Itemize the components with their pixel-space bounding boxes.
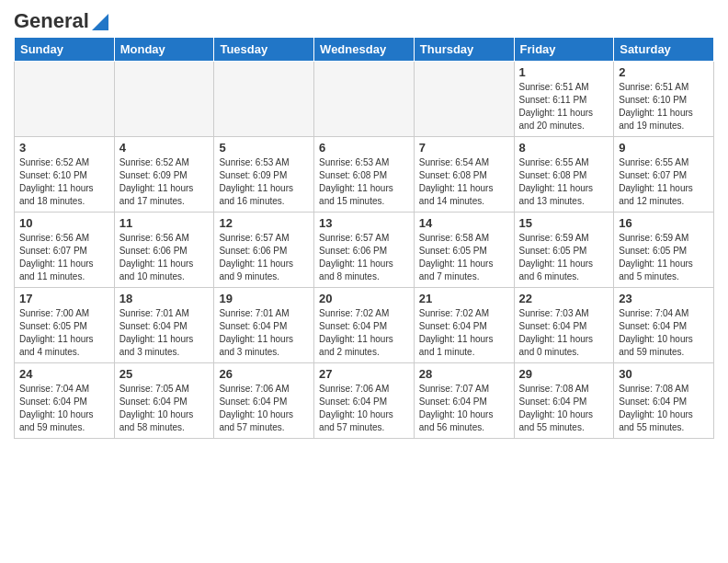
calendar-cell: 29Sunrise: 7:08 AM Sunset: 6:04 PM Dayli… (514, 363, 614, 439)
day-info: Sunrise: 6:54 AM Sunset: 6:08 PM Dayligh… (419, 156, 509, 208)
day-info: Sunrise: 6:53 AM Sunset: 6:09 PM Dayligh… (219, 156, 309, 208)
day-info: Sunrise: 6:52 AM Sunset: 6:09 PM Dayligh… (119, 156, 210, 208)
day-info: Sunrise: 6:55 AM Sunset: 6:08 PM Dayligh… (519, 156, 609, 208)
day-info: Sunrise: 6:58 AM Sunset: 6:05 PM Dayligh… (419, 232, 509, 283)
day-number: 26 (219, 367, 309, 381)
day-info: Sunrise: 7:07 AM Sunset: 6:04 PM Dayligh… (419, 383, 509, 434)
day-info: Sunrise: 7:08 AM Sunset: 6:04 PM Dayligh… (619, 383, 709, 434)
calendar-cell: 24Sunrise: 7:04 AM Sunset: 6:04 PM Dayli… (15, 363, 115, 439)
day-info: Sunrise: 6:53 AM Sunset: 6:08 PM Dayligh… (319, 156, 409, 208)
calendar-cell (314, 62, 415, 137)
day-info: Sunrise: 7:06 AM Sunset: 6:04 PM Dayligh… (219, 383, 309, 434)
calendar-row-1: 3Sunrise: 6:52 AM Sunset: 6:10 PM Daylig… (15, 137, 714, 213)
day-info: Sunrise: 7:01 AM Sunset: 6:04 PM Dayligh… (119, 307, 210, 359)
day-info: Sunrise: 7:05 AM Sunset: 6:04 PM Dayligh… (119, 383, 210, 434)
day-number: 2 (619, 65, 709, 79)
calendar-cell: 30Sunrise: 7:08 AM Sunset: 6:04 PM Dayli… (614, 363, 714, 439)
day-info: Sunrise: 6:51 AM Sunset: 6:10 PM Dayligh… (619, 81, 709, 132)
calendar-cell: 4Sunrise: 6:52 AM Sunset: 6:09 PM Daylig… (114, 137, 214, 213)
day-number: 9 (619, 141, 709, 155)
calendar-cell (214, 62, 314, 137)
calendar-cell: 12Sunrise: 6:57 AM Sunset: 6:06 PM Dayli… (214, 213, 314, 288)
calendar-cell: 17Sunrise: 7:00 AM Sunset: 6:05 PM Dayli… (15, 288, 115, 363)
calendar-cell: 7Sunrise: 6:54 AM Sunset: 6:08 PM Daylig… (414, 137, 514, 213)
day-number: 10 (19, 216, 109, 230)
day-number: 4 (119, 141, 210, 155)
day-info: Sunrise: 6:52 AM Sunset: 6:10 PM Dayligh… (19, 156, 109, 208)
day-number: 7 (419, 141, 509, 155)
calendar-cell: 2Sunrise: 6:51 AM Sunset: 6:10 PM Daylig… (614, 62, 714, 137)
day-info: Sunrise: 6:56 AM Sunset: 6:07 PM Dayligh… (19, 232, 109, 283)
day-number: 6 (319, 141, 409, 155)
weekday-wednesday: Wednesday (314, 38, 415, 62)
day-info: Sunrise: 7:02 AM Sunset: 6:04 PM Dayligh… (319, 307, 409, 359)
calendar-cell: 3Sunrise: 6:52 AM Sunset: 6:10 PM Daylig… (15, 137, 115, 213)
calendar-cell: 23Sunrise: 7:04 AM Sunset: 6:04 PM Dayli… (614, 288, 714, 363)
calendar-cell: 13Sunrise: 6:57 AM Sunset: 6:06 PM Dayli… (314, 213, 415, 288)
weekday-saturday: Saturday (614, 38, 714, 62)
day-number: 17 (19, 292, 109, 305)
weekday-friday: Friday (514, 38, 614, 62)
weekday-monday: Monday (114, 38, 214, 62)
calendar-table: SundayMondayTuesdayWednesdayThursdayFrid… (14, 37, 714, 439)
weekday-thursday: Thursday (414, 38, 514, 62)
day-number: 20 (319, 292, 409, 305)
day-info: Sunrise: 7:03 AM Sunset: 6:04 PM Dayligh… (519, 307, 609, 359)
day-number: 18 (119, 292, 210, 305)
calendar-cell: 27Sunrise: 7:06 AM Sunset: 6:04 PM Dayli… (314, 363, 415, 439)
day-number: 30 (619, 367, 709, 381)
day-number: 27 (319, 367, 409, 381)
svg-marker-0 (92, 14, 108, 30)
day-info: Sunrise: 6:57 AM Sunset: 6:06 PM Dayligh… (219, 232, 309, 283)
weekday-tuesday: Tuesday (214, 38, 314, 62)
calendar-cell: 21Sunrise: 7:02 AM Sunset: 6:04 PM Dayli… (414, 288, 514, 363)
calendar-cell (114, 62, 214, 137)
day-number: 11 (119, 216, 210, 230)
day-number: 1 (519, 65, 609, 79)
day-number: 14 (419, 216, 509, 230)
day-number: 19 (219, 292, 309, 305)
calendar-cell: 6Sunrise: 6:53 AM Sunset: 6:08 PM Daylig… (314, 137, 415, 213)
calendar-cell: 16Sunrise: 6:59 AM Sunset: 6:05 PM Dayli… (614, 213, 714, 288)
calendar-row-2: 10Sunrise: 6:56 AM Sunset: 6:07 PM Dayli… (15, 213, 714, 288)
day-info: Sunrise: 6:55 AM Sunset: 6:07 PM Dayligh… (619, 156, 709, 208)
header: General (14, 9, 714, 29)
logo: General (14, 9, 108, 29)
day-info: Sunrise: 7:04 AM Sunset: 6:04 PM Dayligh… (619, 307, 709, 359)
calendar-cell: 18Sunrise: 7:01 AM Sunset: 6:04 PM Dayli… (114, 288, 214, 363)
page: General SundayMondayTuesdayWednesdayThur… (0, 0, 728, 448)
day-info: Sunrise: 7:00 AM Sunset: 6:05 PM Dayligh… (19, 307, 109, 359)
day-number: 15 (519, 216, 609, 230)
calendar-cell: 11Sunrise: 6:56 AM Sunset: 6:06 PM Dayli… (114, 213, 214, 288)
calendar-row-4: 24Sunrise: 7:04 AM Sunset: 6:04 PM Dayli… (15, 363, 714, 439)
calendar-row-0: 1Sunrise: 6:51 AM Sunset: 6:11 PM Daylig… (15, 62, 714, 137)
calendar-cell: 10Sunrise: 6:56 AM Sunset: 6:07 PM Dayli… (15, 213, 115, 288)
day-number: 23 (619, 292, 709, 305)
day-info: Sunrise: 6:57 AM Sunset: 6:06 PM Dayligh… (319, 232, 409, 283)
calendar-cell: 1Sunrise: 6:51 AM Sunset: 6:11 PM Daylig… (514, 62, 614, 137)
calendar-cell: 25Sunrise: 7:05 AM Sunset: 6:04 PM Dayli… (114, 363, 214, 439)
day-info: Sunrise: 6:59 AM Sunset: 6:05 PM Dayligh… (619, 232, 709, 283)
calendar-cell: 8Sunrise: 6:55 AM Sunset: 6:08 PM Daylig… (514, 137, 614, 213)
calendar-cell (414, 62, 514, 137)
day-number: 5 (219, 141, 309, 155)
day-number: 3 (19, 141, 109, 155)
day-number: 8 (519, 141, 609, 155)
calendar-cell: 22Sunrise: 7:03 AM Sunset: 6:04 PM Dayli… (514, 288, 614, 363)
weekday-sunday: Sunday (15, 38, 115, 62)
calendar-cell: 28Sunrise: 7:07 AM Sunset: 6:04 PM Dayli… (414, 363, 514, 439)
day-number: 29 (519, 367, 609, 381)
calendar-cell: 26Sunrise: 7:06 AM Sunset: 6:04 PM Dayli… (214, 363, 314, 439)
day-info: Sunrise: 7:02 AM Sunset: 6:04 PM Dayligh… (419, 307, 509, 359)
calendar-cell: 19Sunrise: 7:01 AM Sunset: 6:04 PM Dayli… (214, 288, 314, 363)
day-number: 25 (119, 367, 210, 381)
day-info: Sunrise: 6:59 AM Sunset: 6:05 PM Dayligh… (519, 232, 609, 283)
calendar-cell: 14Sunrise: 6:58 AM Sunset: 6:05 PM Dayli… (414, 213, 514, 288)
day-number: 24 (19, 367, 109, 381)
logo-general: General (14, 9, 89, 33)
day-number: 16 (619, 216, 709, 230)
day-info: Sunrise: 7:04 AM Sunset: 6:04 PM Dayligh… (19, 383, 109, 434)
day-info: Sunrise: 6:51 AM Sunset: 6:11 PM Dayligh… (519, 81, 609, 132)
day-info: Sunrise: 7:01 AM Sunset: 6:04 PM Dayligh… (219, 307, 309, 359)
day-info: Sunrise: 6:56 AM Sunset: 6:06 PM Dayligh… (119, 232, 210, 283)
